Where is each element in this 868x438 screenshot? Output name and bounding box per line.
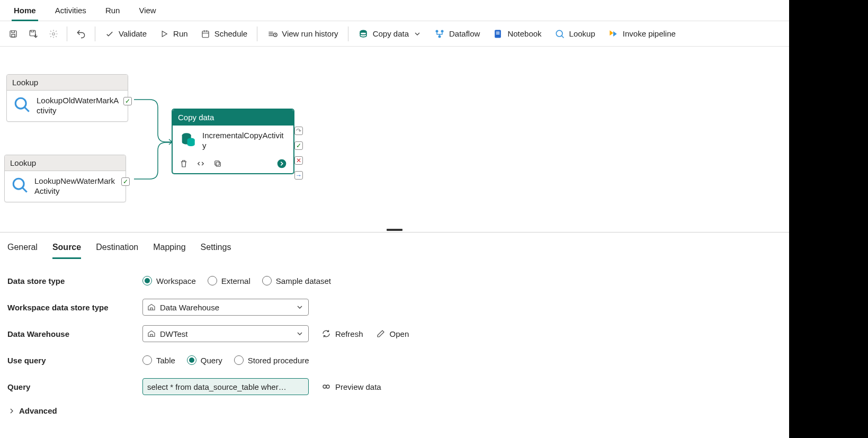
split-handle[interactable]: [0, 228, 789, 232]
history-icon: [267, 29, 278, 39]
chevron-right-icon: [7, 407, 16, 415]
undo-icon: [76, 29, 86, 39]
advanced-toggle[interactable]: Advanced: [7, 406, 782, 415]
run-label: Run: [173, 29, 188, 38]
activity-node-lookup-old[interactable]: Lookup LookupOldWaterMarkActivity ✓: [6, 74, 128, 122]
radio-stored-procedure[interactable]: Stored procedure: [234, 355, 309, 365]
data-warehouse-dropdown[interactable]: DWTest: [142, 325, 309, 342]
search-icon: [11, 176, 29, 194]
dataflow-icon: [434, 29, 445, 39]
activity-node-lookup-new[interactable]: Lookup LookupNewWaterMarkActivity ✓: [4, 155, 126, 202]
dataflow-label: Dataflow: [449, 29, 480, 38]
data-store-type-label: Data store type: [7, 276, 142, 285]
ptab-source[interactable]: Source: [52, 236, 81, 259]
fail-port[interactable]: ✕: [294, 156, 303, 165]
svg-point-14: [556, 30, 562, 37]
svg-rect-12: [496, 31, 500, 32]
svg-point-3: [52, 32, 55, 35]
activity-node-copy-data[interactable]: Copy data IncrementalCopyActivity ↷ ✓ ✕ …: [172, 109, 294, 174]
svg-point-22: [323, 385, 326, 388]
notebook-label: Notebook: [507, 29, 541, 38]
separator: [348, 26, 348, 41]
completion-port[interactable]: →: [294, 171, 303, 180]
save-button[interactable]: [4, 24, 22, 43]
lookup-button[interactable]: Lookup: [549, 24, 601, 43]
radio-table[interactable]: Table: [142, 355, 175, 365]
node-name: IncrementalCopyActivity: [202, 131, 287, 151]
refresh-button[interactable]: Refresh: [321, 329, 363, 338]
preview-data-button[interactable]: Preview data: [321, 382, 381, 391]
radio-external[interactable]: External: [208, 276, 250, 285]
pipeline-icon: [608, 29, 619, 39]
open-button[interactable]: Open: [376, 329, 409, 338]
refresh-icon: [321, 329, 331, 338]
separator: [257, 26, 257, 41]
success-port[interactable]: ✓: [294, 141, 303, 150]
copy-data-button[interactable]: Copy data: [353, 24, 427, 43]
svg-rect-20: [215, 160, 219, 165]
undo-button[interactable]: [71, 24, 91, 43]
preview-icon: [321, 382, 331, 391]
pipeline-canvas[interactable]: Lookup LookupOldWaterMarkActivity ✓ Look…: [0, 47, 789, 228]
tab-home[interactable]: Home: [4, 0, 46, 21]
invoke-pipeline-button[interactable]: Invoke pipeline: [603, 24, 681, 43]
notebook-icon: [493, 29, 503, 39]
copy-icon[interactable]: [213, 159, 222, 168]
tab-run[interactable]: Run: [96, 0, 130, 21]
tab-view[interactable]: View: [129, 0, 165, 21]
search-icon: [13, 96, 31, 114]
dataflow-button[interactable]: Dataflow: [429, 24, 485, 43]
check-icon: [105, 29, 114, 39]
code-icon[interactable]: [196, 159, 205, 168]
success-port[interactable]: ✓: [121, 177, 130, 186]
ptab-mapping[interactable]: Mapping: [153, 236, 185, 259]
validate-button[interactable]: Validate: [100, 24, 152, 43]
toolbar: Validate Run Schedule View run history C…: [0, 21, 789, 47]
dropdown-value: DWTest: [160, 329, 291, 338]
skip-port[interactable]: ↷: [294, 127, 303, 135]
ribbon-tabs: Home Activities Run View: [0, 0, 789, 21]
notebook-button[interactable]: Notebook: [487, 24, 547, 43]
query-input[interactable]: select * from data_source_table wher…: [142, 378, 309, 395]
tab-activities[interactable]: Activities: [46, 0, 96, 21]
database-icon: [179, 131, 197, 149]
run-button[interactable]: Run: [154, 24, 193, 43]
delete-icon[interactable]: [179, 159, 189, 168]
schedule-button[interactable]: Schedule: [195, 24, 253, 43]
copy-data-label: Copy data: [373, 29, 409, 38]
settings-button[interactable]: [44, 24, 62, 43]
svg-rect-2: [30, 30, 35, 36]
play-icon: [159, 29, 169, 39]
unknown-black-region: [789, 0, 868, 438]
node-name: LookupNewWaterMarkActivity: [34, 176, 119, 196]
node-type-label: Copy data: [173, 110, 293, 126]
ptab-settings[interactable]: Settings: [201, 236, 231, 259]
svg-point-15: [15, 98, 26, 109]
svg-point-9: [441, 30, 444, 32]
schedule-label: Schedule: [214, 29, 248, 38]
ptab-destination[interactable]: Destination: [96, 236, 138, 259]
radio-sample-dataset[interactable]: Sample dataset: [262, 276, 331, 285]
arrow-right-circle-icon[interactable]: [276, 158, 287, 169]
lookup-label: Lookup: [569, 29, 595, 38]
radio-query[interactable]: Query: [187, 355, 222, 365]
success-port[interactable]: ✓: [123, 97, 132, 105]
svg-rect-0: [10, 31, 16, 37]
save-as-button[interactable]: [24, 24, 42, 43]
dropdown-value: Data Warehouse: [160, 303, 291, 312]
save-icon: [8, 29, 18, 39]
svg-rect-13: [496, 33, 500, 34]
node-type-label: Lookup: [7, 75, 128, 91]
invoke-pipeline-label: Invoke pipeline: [623, 29, 676, 38]
svg-rect-4: [202, 31, 209, 37]
separator: [95, 26, 95, 41]
view-run-history-button[interactable]: View run history: [262, 24, 343, 43]
calendar-icon: [201, 29, 210, 39]
ptab-general[interactable]: General: [7, 236, 38, 259]
ws-store-type-dropdown[interactable]: Data Warehouse: [142, 299, 309, 316]
search-icon: [554, 29, 565, 39]
svg-point-21: [278, 159, 287, 168]
radio-workspace[interactable]: Workspace: [142, 276, 196, 285]
chevron-down-icon: [296, 303, 304, 311]
data-warehouse-label: Data Warehouse: [7, 329, 142, 338]
